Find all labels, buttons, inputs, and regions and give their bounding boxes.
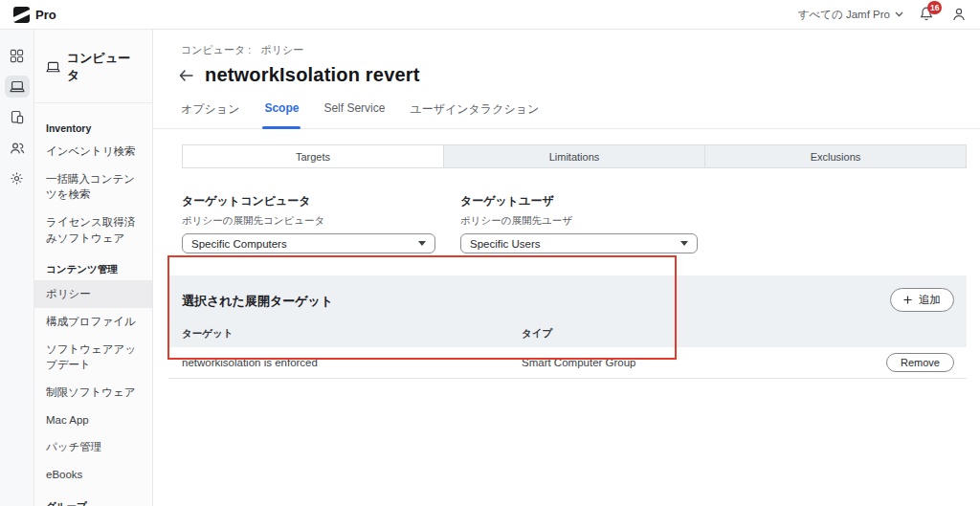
breadcrumb-policies[interactable]: ポリシー bbox=[260, 43, 303, 57]
devices-icon bbox=[11, 110, 24, 124]
nav-section-inventory: Inventory bbox=[34, 111, 152, 138]
remove-target-button[interactable]: Remove bbox=[886, 353, 954, 372]
laptop-icon bbox=[46, 61, 60, 74]
jamf-pro-logo[interactable]: Pro bbox=[13, 7, 56, 23]
sidebar-item-configuration-profiles[interactable]: 構成プロファイル bbox=[34, 308, 152, 336]
rail-computers-button[interactable] bbox=[5, 76, 30, 98]
target-computers-helper: ポリシーの展開先コンピュータ bbox=[182, 214, 435, 228]
target-users-select-value: Specific Users bbox=[470, 238, 541, 250]
sidebar-item-ebooks[interactable]: eBooks bbox=[34, 461, 152, 489]
row-type-cell: Smart Computer Group bbox=[522, 357, 636, 368]
subtab-limitations[interactable]: Limitations bbox=[444, 145, 705, 167]
rail-dashboard-button[interactable] bbox=[5, 45, 30, 67]
sidebar-item-inventory-search[interactable]: インベントリ検索 bbox=[34, 138, 152, 165]
computers-icon bbox=[10, 80, 25, 94]
back-button[interactable] bbox=[177, 67, 194, 84]
tab-options[interactable]: オプション bbox=[181, 101, 239, 128]
nav-section-groups: グループ bbox=[34, 489, 152, 506]
sidebar-item-policies[interactable]: ポリシー bbox=[34, 280, 152, 308]
tab-scope[interactable]: Scope bbox=[264, 101, 299, 128]
target-users-label: ターゲットユーザ bbox=[460, 193, 698, 209]
breadcrumb: コンピュータ : ポリシー bbox=[153, 30, 980, 57]
subtab-targets[interactable]: Targets bbox=[183, 145, 444, 167]
main-content: コンピュータ : ポリシー networkIsolation revert オプ… bbox=[153, 30, 980, 506]
notification-count-badge: 16 bbox=[927, 1, 942, 14]
jamf-logo-icon bbox=[13, 7, 30, 23]
jamf-pro-window: Pro すべての Jamf Pro 16 bbox=[0, 0, 980, 506]
sidebar-item-mac-app[interactable]: Mac App bbox=[34, 407, 152, 434]
column-header-type: タイプ bbox=[522, 327, 552, 341]
tab-bar: オプション Scope Self Service ユーザインタラクション bbox=[153, 86, 980, 129]
selected-deployment-targets-panel: 選択された展開ターゲット 追加 ターゲット タイプ networkisolati… bbox=[168, 275, 967, 379]
tab-self-service[interactable]: Self Service bbox=[323, 101, 385, 128]
instance-switcher[interactable]: すべての Jamf Pro bbox=[798, 8, 903, 22]
instance-switcher-label: すべての Jamf Pro bbox=[798, 8, 890, 22]
target-computers-field: ターゲットコンピュータ ポリシーの展開先コンピュータ Specific Comp… bbox=[182, 193, 435, 253]
table-row: networkisolation is enforced Smart Compu… bbox=[168, 347, 967, 379]
account-button[interactable] bbox=[951, 7, 967, 22]
scope-segmented-control: Targets Limitations Exclusions bbox=[182, 144, 967, 168]
users-icon bbox=[10, 142, 25, 155]
rail-settings-button[interactable] bbox=[5, 167, 30, 189]
rail-devices-button[interactable] bbox=[5, 106, 30, 128]
dashboard-icon bbox=[10, 49, 24, 63]
add-target-button[interactable]: 追加 bbox=[890, 288, 954, 312]
sidebar-title: コンピュータ bbox=[67, 50, 141, 84]
plus-icon bbox=[903, 296, 912, 304]
breadcrumb-computers[interactable]: コンピュータ : bbox=[181, 43, 251, 57]
page-title: networkIsolation revert bbox=[205, 64, 420, 86]
notifications-button[interactable]: 16 bbox=[919, 6, 936, 23]
target-users-select[interactable]: Specific Users bbox=[460, 233, 698, 253]
rail-users-button[interactable] bbox=[5, 137, 30, 159]
tab-user-interaction[interactable]: ユーザインタラクション bbox=[410, 101, 539, 128]
top-bar: Pro すべての Jamf Pro 16 bbox=[0, 0, 980, 30]
column-header-target: ターゲット bbox=[182, 327, 522, 341]
sidebar-item-volume-purchasing[interactable]: 一括購入コンテンツを検索 bbox=[34, 165, 152, 209]
add-target-button-label: 追加 bbox=[919, 293, 941, 307]
subtab-exclusions[interactable]: Exclusions bbox=[705, 145, 966, 167]
chevron-down-icon bbox=[895, 11, 903, 17]
caret-down-icon bbox=[418, 241, 426, 246]
sidebar-item-patch-management[interactable]: パッチ管理 bbox=[34, 433, 152, 461]
nav-section-content-management: コンテンツ管理 bbox=[34, 252, 152, 280]
target-computers-select-value: Specific Computers bbox=[191, 238, 287, 250]
sidebar-item-licensed-software[interactable]: ライセンス取得済みソフトウェア bbox=[34, 209, 152, 252]
sidebar-nav: Inventory インベントリ検索 一括購入コンテンツを検索 ライセンス取得済… bbox=[34, 103, 152, 506]
caret-down-icon bbox=[680, 241, 688, 246]
sidebar-header: コンピュータ bbox=[34, 30, 152, 103]
sidebar-item-software-updates[interactable]: ソフトウェアアップデート bbox=[34, 336, 152, 379]
sidebar-item-restricted-software[interactable]: 制限ソフトウェア bbox=[34, 379, 152, 407]
target-users-helper: ポリシーの展開先ユーザ bbox=[460, 214, 698, 228]
target-computers-label: ターゲットコンピュータ bbox=[182, 193, 435, 209]
gear-icon bbox=[10, 171, 24, 186]
panel-title: 選択された展開ターゲット bbox=[182, 293, 953, 310]
brand-label: Pro bbox=[35, 8, 56, 22]
computers-sidebar: コンピュータ Inventory インベントリ検索 一括購入コンテンツを検索 ラ… bbox=[34, 30, 153, 506]
primary-nav-rail bbox=[0, 30, 34, 506]
row-target-cell: networkisolation is enforced bbox=[182, 357, 522, 368]
target-computers-select[interactable]: Specific Computers bbox=[182, 233, 435, 253]
target-users-field: ターゲットユーザ ポリシーの展開先ユーザ Specific Users bbox=[460, 193, 698, 253]
